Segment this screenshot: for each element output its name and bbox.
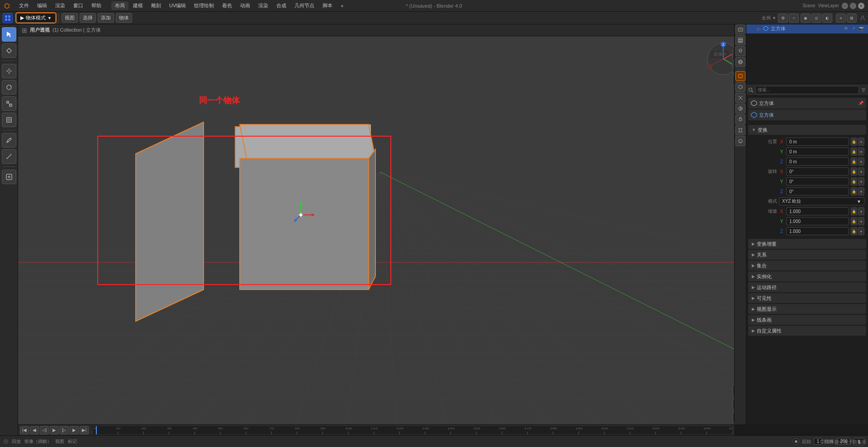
pos-z-lock[interactable]: 🔒 [851,157,857,166]
cube-hide-btn[interactable]: 👁 [843,25,849,32]
viewport-shading-rendered[interactable]: ◐ [822,14,832,23]
prop-filter-icon[interactable] [861,87,866,93]
viewport-display-header[interactable]: ▶ 视图显示 [748,304,866,314]
workspace-modeling[interactable]: 建模 [129,1,147,10]
tl-prev-frame[interactable]: ◀ [30,426,39,434]
visibility-header[interactable]: ▶ 可见性 [748,293,866,303]
transform-header[interactable]: ▼ 变换 [748,125,866,135]
cube-render-btn[interactable]: 📷 [858,25,864,32]
rotation-z-value[interactable]: 0° [786,187,849,195]
maximize-btn[interactable]: □ [850,3,856,9]
pos-y-anim[interactable]: ● [858,147,864,156]
rot-y-anim[interactable]: ● [858,177,864,185]
menu-file[interactable]: 文件 [15,1,33,10]
collections-header[interactable]: ▶ 集合 [748,261,866,271]
position-z-value[interactable]: 0 m [786,157,849,166]
pos-y-lock[interactable]: 🔒 [851,147,857,156]
view-menu-btn[interactable]: 视图 [62,13,78,23]
tool-measure[interactable] [2,149,16,164]
pos-z-anim[interactable]: ● [858,157,864,166]
scale-x-anim[interactable]: ● [858,207,864,215]
menu-window[interactable]: 窗口 [70,1,87,10]
pos-x-anim[interactable]: ● [858,138,864,146]
tl-prev-keyframe[interactable]: ◁| [40,426,49,434]
scale-y-lock[interactable]: 🔒 [851,217,857,225]
workspace-animation[interactable]: 动画 [237,1,254,10]
workspace-geometry-nodes[interactable]: 几何节点 [291,1,318,10]
scene-canvas[interactable]: 同一个物体 选项 > X Y Z [18,36,746,424]
pin-icon[interactable]: 📌 [859,101,863,105]
xray-toggle[interactable]: ⊠ [847,14,857,23]
object-menu-btn[interactable]: 物体 [116,13,132,23]
cube-select-btn[interactable]: ↗ [850,25,857,32]
prop-icon-data[interactable] [735,125,745,135]
relations-header[interactable]: ▶ 关系 [748,250,866,260]
rot-x-anim[interactable]: ● [858,167,864,176]
scale-y-value[interactable]: 1.000 [786,217,849,225]
close-btn[interactable]: ✕ [858,3,864,9]
tool-add[interactable] [2,170,16,184]
scale-z-lock[interactable]: 🔒 [851,227,857,235]
prop-icon-particles[interactable] [735,93,745,103]
tool-rotate[interactable] [2,80,16,95]
scale-y-anim[interactable]: ● [858,217,864,225]
workspace-compositing[interactable]: 合成 [273,1,290,10]
minimize-btn[interactable]: — [842,3,848,9]
tl-next-keyframe[interactable]: |▷ [60,426,69,434]
scale-z-anim[interactable]: ● [858,227,864,235]
custom-props-header[interactable]: ▶ 自定义属性 [748,326,866,336]
prop-icon-object[interactable] [735,71,745,81]
workspace-uv[interactable]: UV编辑 [166,1,190,10]
proportional-edit[interactable]: ○ [789,14,799,23]
scale-z-value[interactable]: 1.000 [786,227,849,235]
viewport-shading-material[interactable]: ◎ [811,14,821,23]
menu-help[interactable]: 帮助 [88,1,105,10]
line-art-header[interactable]: ▶ 线条画 [748,315,866,325]
prop-icon-output[interactable] [735,24,745,34]
add-menu-btn[interactable]: 添加 [98,13,114,23]
workspace-render[interactable]: 渲染 [255,1,272,10]
blender-logo[interactable]: ⬡ [0,0,14,12]
outliner-item-cube[interactable]: ▷ 立方体 👁 ↗ 📷 [746,24,868,33]
viewport-3d[interactable]: ⊞ 用户透视 (1) Collection | 立方体 [18,24,746,424]
prop-icon-world[interactable] [735,57,745,67]
viewport-icon[interactable] [3,13,13,23]
select-menu-btn[interactable]: 选择 [80,13,96,23]
tl-jump-end[interactable]: ▶| [80,426,89,434]
workspace-sculpt[interactable]: 雕刻 [147,1,165,10]
tool-transform[interactable] [2,113,16,127]
rot-z-anim[interactable]: ● [858,187,864,195]
rotation-mode-dropdown[interactable]: XYZ 欧拉 ▼ [779,197,864,205]
rot-z-lock[interactable]: 🔒 [851,187,857,195]
rot-x-lock[interactable]: 🔒 [851,167,857,176]
overlay-toggle[interactable]: ≡ [836,14,846,23]
position-x-value[interactable]: 0 m [786,138,849,146]
tl-jump-start[interactable]: |◀ [20,426,29,434]
pos-x-lock[interactable]: 🔒 [851,138,857,146]
prop-icon-constraints[interactable] [735,114,745,124]
snap-toggle[interactable]: ⊕ [778,14,788,23]
position-y-value[interactable]: 0 m [786,147,849,156]
scale-x-value[interactable]: 1.000 [786,207,849,215]
tool-select[interactable] [2,27,16,42]
workspace-texture-paint[interactable]: 纹理绘制 [190,1,218,10]
prop-icon-physics[interactable] [735,104,745,114]
tl-play[interactable]: ▶ [50,426,59,434]
bottom-playback[interactable]: 回放 [12,438,21,445]
tool-scale[interactable] [2,96,16,111]
motion-path-header[interactable]: ▶ 运动路径 [748,282,866,292]
viewport-header-menu-icon[interactable]: ⊞ [22,27,27,34]
properties-search-input[interactable] [755,86,859,94]
mode-selector[interactable]: ▶ 物体模式 ▼ [16,13,56,23]
menu-render[interactable]: 渲染 [52,1,69,10]
transform-extra-header[interactable]: ▶ 变换增量 [748,239,866,249]
prop-icon-modifier[interactable] [735,82,745,92]
workspace-layout[interactable]: 布局 [111,1,128,10]
tl-next-frame[interactable]: ▶ [70,426,79,434]
prop-icon-material[interactable] [735,136,745,146]
instancing-header[interactable]: ▶ 实例化 [748,271,866,281]
rotation-x-value[interactable]: 0° [786,167,849,176]
prop-icon-scene[interactable] [735,46,745,56]
bottom-markers[interactable]: 标记 [68,438,77,445]
workspace-scripting[interactable]: 脚本 [319,1,336,10]
